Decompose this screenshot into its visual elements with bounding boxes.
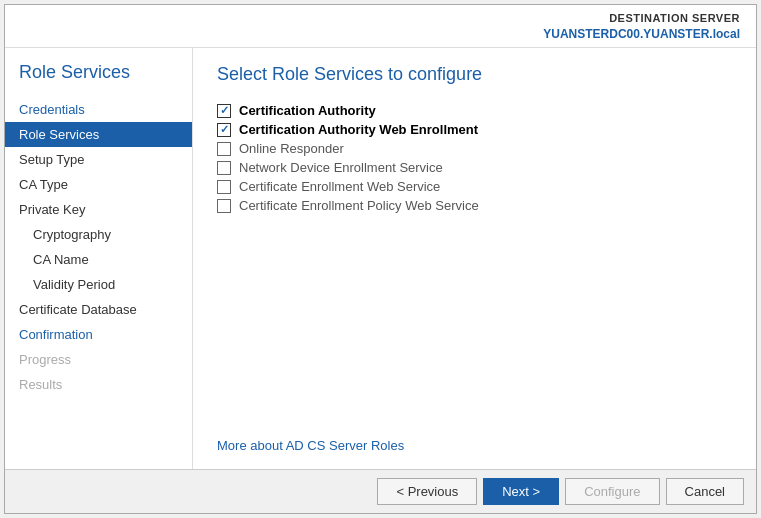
role-label-online-responder: Online Responder	[239, 141, 344, 156]
checkbox-cert-authority-web[interactable]	[217, 123, 231, 137]
checkbox-network-device[interactable]	[217, 161, 231, 175]
configure-button[interactable]: Configure	[565, 478, 659, 505]
role-item-cert-enrollment-policy: Certificate Enrollment Policy Web Servic…	[217, 196, 732, 215]
sidebar-item-progress: Progress	[5, 347, 192, 372]
checkbox-cert-authority[interactable]	[217, 104, 231, 118]
sidebar-item-certificate-database[interactable]: Certificate Database	[5, 297, 192, 322]
destination-label: DESTINATION SERVER	[543, 11, 740, 26]
checkbox-cert-enrollment-web[interactable]	[217, 180, 231, 194]
bottom-bar: < Previous Next > Configure Cancel	[5, 469, 756, 513]
sidebar-item-ca-type[interactable]: CA Type	[5, 172, 192, 197]
sidebar-item-ca-name[interactable]: CA Name	[5, 247, 192, 272]
role-item-cert-authority-web: Certification Authority Web Enrollment	[217, 120, 732, 139]
role-item-cert-authority: Certification Authority	[217, 101, 732, 120]
content-area: Role Services Credentials Role Services …	[5, 47, 756, 469]
sidebar-item-role-services[interactable]: Role Services	[5, 122, 192, 147]
role-item-online-responder: Online Responder	[217, 139, 732, 158]
role-label-cert-enrollment-web: Certificate Enrollment Web Service	[239, 179, 440, 194]
sidebar: Role Services Credentials Role Services …	[5, 48, 193, 469]
checkbox-cert-enrollment-policy[interactable]	[217, 199, 231, 213]
next-button[interactable]: Next >	[483, 478, 559, 505]
sidebar-item-setup-type[interactable]: Setup Type	[5, 147, 192, 172]
destination-name: YUANSTERDC00.YUANSTER.local	[543, 26, 740, 43]
panel-title: Select Role Services to configure	[217, 64, 732, 85]
role-label-cert-enrollment-policy: Certificate Enrollment Policy Web Servic…	[239, 198, 479, 213]
role-label-network-device: Network Device Enrollment Service	[239, 160, 443, 175]
role-label-cert-authority-web: Certification Authority Web Enrollment	[239, 122, 478, 137]
cancel-button[interactable]: Cancel	[666, 478, 744, 505]
sidebar-title: Role Services	[5, 58, 192, 97]
sidebar-item-private-key[interactable]: Private Key	[5, 197, 192, 222]
main-panel: Select Role Services to configure Certif…	[193, 48, 756, 469]
role-list: Certification Authority Certification Au…	[217, 101, 732, 215]
previous-button[interactable]: < Previous	[377, 478, 477, 505]
sidebar-item-results: Results	[5, 372, 192, 397]
destination-server: DESTINATION SERVER YUANSTERDC00.YUANSTER…	[543, 11, 740, 43]
sidebar-item-cryptography[interactable]: Cryptography	[5, 222, 192, 247]
sidebar-item-confirmation[interactable]: Confirmation	[5, 322, 192, 347]
role-item-cert-enrollment-web: Certificate Enrollment Web Service	[217, 177, 732, 196]
sidebar-item-credentials[interactable]: Credentials	[5, 97, 192, 122]
checkbox-online-responder[interactable]	[217, 142, 231, 156]
role-item-network-device: Network Device Enrollment Service	[217, 158, 732, 177]
role-label-cert-authority: Certification Authority	[239, 103, 376, 118]
top-bar: DESTINATION SERVER YUANSTERDC00.YUANSTER…	[5, 5, 756, 47]
sidebar-item-validity-period[interactable]: Validity Period	[5, 272, 192, 297]
more-about-link[interactable]: More about AD CS Server Roles	[217, 430, 732, 453]
